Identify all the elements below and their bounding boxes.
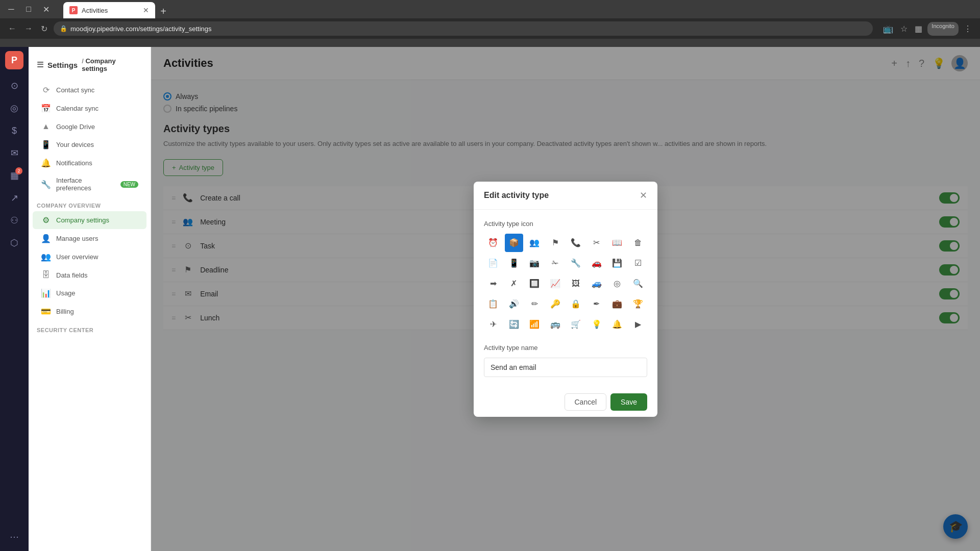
- icon-cell-12[interactable]: 🔧: [567, 254, 585, 272]
- icon-cell-15[interactable]: ☑: [629, 254, 647, 272]
- icon-cell-17[interactable]: ✗: [505, 274, 523, 293]
- sidebar-menu-icon[interactable]: ☰: [37, 60, 43, 69]
- sidebar-item-manage-users[interactable]: 👤 Manage users: [33, 230, 146, 247]
- sidebar-icon-dots[interactable]: ⋯: [4, 527, 24, 547]
- icon-cell-37[interactable]: 💡: [587, 315, 606, 334]
- settings-title: Settings: [47, 61, 78, 69]
- tab-favicon: P: [69, 6, 78, 14]
- icon-cell-1[interactable]: 📦: [505, 234, 523, 252]
- icon-cell-19[interactable]: 📈: [546, 274, 565, 293]
- sidebar-icon-box[interactable]: ⬡: [4, 233, 24, 253]
- bookmark-icon[interactable]: ☆: [898, 22, 910, 36]
- sidebar-header: ☰ Settings / Company settings: [29, 53, 151, 81]
- icon-cell-21[interactable]: 🚙: [587, 274, 606, 293]
- icon-cell-13[interactable]: 🚗: [587, 254, 606, 272]
- icon-cell-0[interactable]: ⏰: [484, 234, 502, 252]
- icon-cell-25[interactable]: 🔊: [505, 295, 523, 313]
- icon-cell-29[interactable]: ✒: [587, 295, 606, 313]
- minimize-btn[interactable]: ─: [4, 2, 18, 16]
- icon-cell-23[interactable]: 🔍: [629, 274, 647, 293]
- sidebar-label-billing: Billing: [56, 308, 74, 315]
- app-logo[interactable]: P: [5, 51, 23, 69]
- maximize-btn[interactable]: □: [21, 2, 36, 16]
- icon-cell-2[interactable]: 👥: [525, 234, 544, 252]
- calendar-sync-icon: 📅: [41, 104, 51, 113]
- sidebar-label-contact-sync: Contact sync: [56, 86, 94, 94]
- icon-cell-20[interactable]: 🖼: [567, 274, 585, 293]
- cancel-button[interactable]: Cancel: [565, 393, 606, 411]
- icon-cell-27[interactable]: 🔑: [546, 295, 565, 313]
- sidebar-label-interface: Interface preferences: [56, 177, 115, 192]
- icon-cell-35[interactable]: 🚌: [546, 315, 565, 334]
- sidebar-icon-calendar[interactable]: ▦ 2: [4, 165, 24, 186]
- icon-cell-33[interactable]: 🔄: [505, 315, 523, 334]
- icon-cell-6[interactable]: 📖: [608, 234, 626, 252]
- icon-section-label: Activity type icon: [484, 220, 647, 228]
- icon-cell-16[interactable]: ➡: [484, 274, 502, 293]
- icon-cell-28[interactable]: 🔒: [567, 295, 585, 313]
- icon-cell-4[interactable]: 📞: [567, 234, 585, 252]
- icon-cell-8[interactable]: 📄: [484, 254, 502, 272]
- icon-cell-5[interactable]: ✂: [587, 234, 606, 252]
- modal-close-btn[interactable]: ✕: [640, 190, 647, 201]
- sidebar-item-billing[interactable]: 💳 Billing: [33, 303, 146, 320]
- sidebar-icon-chart[interactable]: ↗: [4, 188, 24, 208]
- icon-cell-14[interactable]: 💾: [608, 254, 626, 272]
- sidebar-icon-people[interactable]: ⚇: [4, 210, 24, 231]
- close-btn[interactable]: ✕: [39, 2, 53, 16]
- icon-cell-22[interactable]: ◎: [608, 274, 626, 293]
- icon-cell-3[interactable]: ⚑: [546, 234, 565, 252]
- icon-cell-9[interactable]: 📱: [505, 254, 523, 272]
- menu-btn[interactable]: ⋮: [962, 22, 974, 36]
- icon-cell-31[interactable]: 🏆: [629, 295, 647, 313]
- icon-cell-30[interactable]: 💼: [608, 295, 626, 313]
- icon-cell-24[interactable]: 📋: [484, 295, 502, 313]
- main-content: Activities + ↑ ? 💡 👤 Always In specific …: [151, 47, 980, 551]
- sidebar-icon-target[interactable]: ◎: [4, 98, 24, 118]
- icon-cell-34[interactable]: 📶: [525, 315, 544, 334]
- reload-btn[interactable]: ↻: [39, 22, 50, 36]
- back-btn[interactable]: ←: [6, 22, 18, 35]
- sidebar-label-user-overview: User overview: [56, 253, 98, 261]
- cast-icon[interactable]: 📺: [881, 22, 895, 36]
- save-button[interactable]: Save: [610, 393, 647, 411]
- sidebar-item-company-settings[interactable]: ⚙ Company settings: [33, 211, 146, 229]
- icon-cell-32[interactable]: ✈: [484, 315, 502, 334]
- address-bar[interactable]: 🔒 moodjoy.pipedrive.com/settings/activit…: [54, 21, 873, 36]
- sidebar-item-calendar-sync[interactable]: 📅 Calendar sync: [33, 99, 146, 117]
- sidebar-item-data-fields[interactable]: 🗄 Data fields: [33, 266, 146, 284]
- activity-name-input[interactable]: [484, 358, 647, 377]
- data-fields-icon: 🗄: [41, 270, 51, 280]
- icon-cell-7[interactable]: 🗑: [629, 234, 647, 252]
- sidebar-item-google-drive[interactable]: ▲ Google Drive: [33, 118, 146, 135]
- sidebar-item-usage[interactable]: 📊 Usage: [33, 284, 146, 302]
- new-badge: NEW: [120, 181, 138, 188]
- sidebar-item-notifications[interactable]: 🔔 Notifications: [33, 154, 146, 172]
- sidebar-item-devices[interactable]: 📱 Your devices: [33, 136, 146, 154]
- modal-header: Edit activity type ✕: [474, 182, 657, 210]
- icon-cell-26[interactable]: ✏: [525, 295, 544, 313]
- sidebar-icon-mail[interactable]: ✉: [4, 143, 24, 163]
- modal-overlay[interactable]: Edit activity type ✕ Activity type icon …: [151, 47, 980, 551]
- icon-cell-38[interactable]: 🔔: [608, 315, 626, 334]
- active-tab[interactable]: P Activities ✕: [63, 2, 155, 18]
- sidebar-item-interface[interactable]: 🔧 Interface preferences NEW: [33, 172, 146, 196]
- icon-cell-36[interactable]: 🛒: [567, 315, 585, 334]
- icon-cell-11[interactable]: ✁: [546, 254, 565, 272]
- sidebar-icon-home[interactable]: ⊙: [4, 76, 24, 96]
- tab-close-btn[interactable]: ✕: [143, 6, 149, 14]
- interface-icon: 🔧: [41, 180, 51, 189]
- new-tab-btn[interactable]: +: [156, 4, 170, 18]
- sidebar-item-contact-sync[interactable]: ⟳ Contact sync: [33, 81, 146, 99]
- icon-cell-39[interactable]: ▶: [629, 315, 647, 334]
- sidebar-item-user-overview[interactable]: 👥 User overview: [33, 248, 146, 266]
- sidebar-icon-dollar[interactable]: $: [4, 120, 24, 141]
- url-text: moodjoy.pipedrive.com/settings/activity_…: [70, 25, 212, 33]
- user-overview-icon: 👥: [41, 252, 51, 262]
- icon-cell-18[interactable]: 🔲: [525, 274, 544, 293]
- forward-btn[interactable]: →: [22, 22, 35, 35]
- sidebar-toggle-btn[interactable]: ▦: [913, 22, 924, 36]
- billing-icon: 💳: [41, 307, 51, 316]
- icon-cell-10[interactable]: 📷: [525, 254, 544, 272]
- sidebar-label-google-drive: Google Drive: [56, 123, 95, 131]
